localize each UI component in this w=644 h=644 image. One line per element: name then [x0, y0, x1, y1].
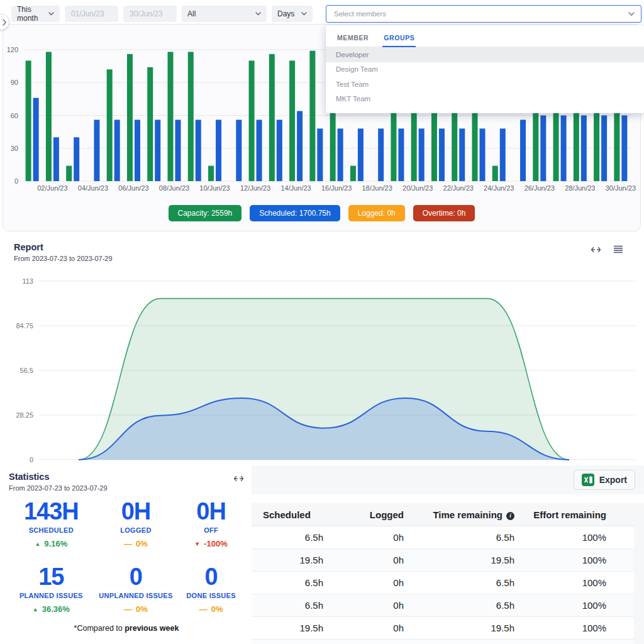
export-button[interactable]: Export: [574, 470, 635, 490]
chevron-down-icon: [301, 12, 307, 16]
granularity-select[interactable]: Days: [272, 6, 313, 22]
table-cell: 100%: [518, 617, 634, 640]
table-cell: 19.5h: [252, 617, 327, 640]
report-header: Report From 2023-07-23 to 2023-07-29: [14, 242, 113, 262]
table-row: 6.5h0h6.5h100%: [252, 572, 634, 594]
stat-delta: ▲9.16%: [9, 539, 94, 548]
legend-overtime: Overtime: 0h: [413, 205, 475, 221]
stat-delta-value: -100%: [204, 539, 228, 548]
col-scheduled: Scheduled: [252, 503, 327, 526]
granularity-select-value: Days: [277, 9, 294, 18]
chevron-down-icon: [48, 12, 54, 16]
table-cell: 0h: [327, 617, 408, 640]
members-select[interactable]: [326, 5, 641, 23]
stat-planned-issues: 15PLANNED ISSUES▲36.36%: [9, 565, 94, 614]
stat-value: 0: [178, 565, 244, 589]
svg-text:84.75: 84.75: [16, 322, 33, 330]
tab-groups[interactable]: GROUPS: [382, 31, 416, 47]
legend-scheduled: Scheduled: 1700.75h: [250, 205, 340, 221]
table-cell: 6.5h: [252, 526, 327, 549]
excel-icon: [582, 474, 594, 486]
group-option-mkt-team[interactable]: MKT Team: [326, 92, 644, 107]
legend-logged: Logged: 0h: [348, 205, 405, 221]
stat-unplanned-issues: 0UNPLANNED ISSUES—0%: [94, 565, 179, 614]
svg-text:12/Jun/23: 12/Jun/23: [240, 184, 270, 192]
scope-select-value: All: [187, 9, 196, 18]
statistics-title: Statistics: [9, 472, 244, 482]
table-row: 19.5h0h19.5h100%: [252, 549, 634, 572]
schedule-table: ScheduledLoggedTime remainingEffort rema…: [252, 503, 634, 644]
table-cell: 6.5h: [252, 594, 327, 617]
schedule-table-panel: Export ScheduledLoggedTime remainingEffo…: [252, 465, 644, 644]
svg-text:10/Jun/23: 10/Jun/23: [199, 184, 230, 192]
stat-value: 0: [94, 565, 179, 589]
svg-text:90: 90: [11, 79, 18, 86]
svg-text:56.5: 56.5: [20, 367, 33, 374]
capacity-chart-legend: Capacity: 2559hScheduled: 1700.75hLogged…: [3, 205, 640, 221]
report-toolbar: [591, 245, 623, 253]
svg-text:16/Jun/23: 16/Jun/23: [321, 184, 352, 192]
filter-bar: This month All Days: [11, 5, 641, 23]
expand-horizontal-icon[interactable]: [233, 475, 244, 482]
table-cell: 100%: [518, 526, 634, 549]
group-option-design-team[interactable]: Design Team: [326, 62, 644, 77]
svg-text:04/Jun/23: 04/Jun/23: [78, 184, 108, 192]
period-select[interactable]: This month: [11, 6, 60, 22]
group-option-developer[interactable]: Developer: [326, 47, 644, 62]
group-option-test-team[interactable]: Test Team: [326, 77, 644, 92]
stat-label: SCHEDULED: [9, 526, 94, 534]
table-cell: 0h: [327, 594, 408, 617]
date-to-input[interactable]: [123, 6, 177, 22]
svg-text:08/Jun/23: 08/Jun/23: [159, 184, 189, 192]
svg-text:24/Jun/23: 24/Jun/23: [484, 184, 514, 192]
chevron-down-icon: [255, 12, 261, 16]
stat-value: 143H: [9, 499, 94, 523]
stat-label: OFF: [178, 526, 244, 534]
trend-up-icon: ▲: [33, 606, 38, 613]
report-area-chart: 11384.7556.528.250: [0, 272, 644, 465]
table-cell: 13h: [408, 640, 518, 644]
table-cell: 100%: [518, 640, 634, 644]
svg-text:26/Jun/23: 26/Jun/23: [525, 184, 555, 192]
trend-flat-icon: —: [124, 604, 132, 614]
svg-text:28.25: 28.25: [16, 411, 33, 419]
stat-label: LOGGED: [94, 526, 179, 534]
stat-scheduled: 143HSCHEDULED▲9.16%: [9, 499, 94, 548]
table-cell: 100%: [518, 572, 634, 594]
stat-delta: —0%: [94, 539, 179, 548]
strip-spacer: [252, 494, 644, 503]
members-select-input[interactable]: [333, 9, 625, 18]
tab-member[interactable]: MEMBER: [336, 31, 370, 47]
stat-label: UNPLANNED ISSUES: [94, 592, 179, 599]
report-title: Report: [14, 242, 113, 252]
svg-text:30/Jun/23: 30/Jun/23: [606, 184, 636, 192]
members-dropdown-tabs: MEMBERGROUPS: [326, 31, 644, 47]
svg-text:22/Jun/23: 22/Jun/23: [443, 184, 474, 192]
table-row: 13h0h13h100%: [252, 640, 634, 644]
table-cell: 19.5h: [408, 549, 518, 572]
table-cell: 13h: [252, 640, 327, 644]
table-cell: 6.5h: [408, 594, 518, 617]
stat-delta: ▼-100%: [178, 539, 244, 548]
trend-flat-icon: —: [124, 539, 132, 548]
svg-text:0: 0: [30, 456, 33, 464]
table-row: 6.5h0h6.5h100%: [252, 526, 634, 549]
info-icon[interactable]: [506, 512, 514, 520]
legend-capacity: Capacity: 2559h: [169, 205, 242, 221]
stat-delta-value: 0%: [136, 539, 148, 548]
menu-icon[interactable]: [614, 245, 623, 253]
stat-delta-value: 0%: [211, 604, 223, 614]
col-effort-remaining: Effort remaining: [518, 503, 634, 526]
svg-text:18/Jun/23: 18/Jun/23: [362, 184, 392, 192]
stat-label: DONE ISSUES: [178, 592, 244, 599]
table-cell: 0h: [327, 526, 408, 549]
svg-text:30: 30: [11, 145, 18, 152]
expand-horizontal-icon[interactable]: [591, 247, 601, 253]
stat-label: PLANNED ISSUES: [9, 592, 94, 599]
scope-select[interactable]: All: [182, 6, 267, 22]
table-cell: 100%: [518, 594, 634, 617]
stat-delta-value: 9.16%: [44, 539, 67, 548]
table-cell: 100%: [518, 549, 634, 572]
date-from-input[interactable]: [65, 6, 118, 22]
members-dropdown-list: DeveloperDesign TeamTest TeamMKT Team: [326, 47, 644, 106]
